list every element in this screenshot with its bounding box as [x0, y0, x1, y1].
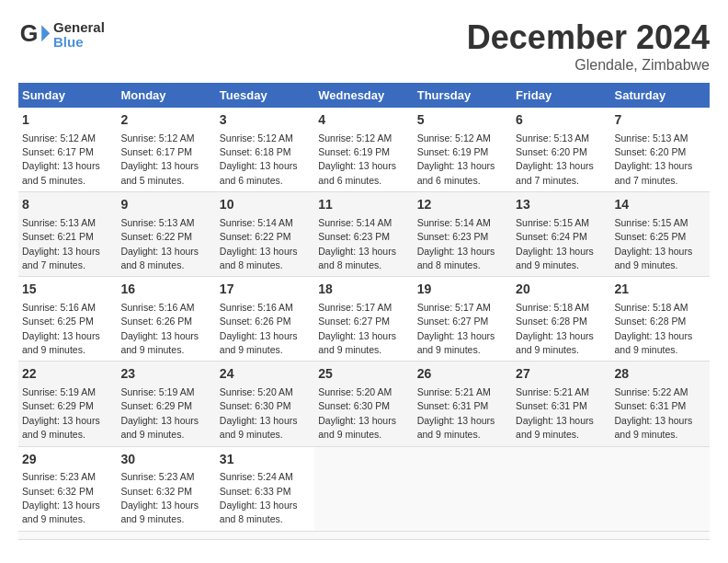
day-number: 7 [615, 111, 706, 130]
calendar-week-row: 1 Sunrise: 5:12 AMSunset: 6:17 PMDayligh… [18, 108, 710, 192]
day-info: Sunrise: 5:13 AMSunset: 6:20 PMDaylight:… [615, 132, 693, 186]
calendar-cell: 4 Sunrise: 5:12 AMSunset: 6:19 PMDayligh… [314, 108, 413, 192]
calendar-cell [414, 446, 512, 531]
day-number: 18 [318, 281, 409, 299]
calendar-cell: 28 Sunrise: 5:22 AMSunset: 6:31 PMDaylig… [611, 362, 710, 446]
day-info: Sunrise: 5:20 AMSunset: 6:30 PMDaylight:… [318, 386, 396, 440]
day-number: 3 [220, 111, 311, 130]
day-info: Sunrise: 5:21 AMSunset: 6:31 PMDaylight:… [417, 386, 495, 440]
day-info: Sunrise: 5:19 AMSunset: 6:29 PMDaylight:… [22, 386, 100, 440]
calendar-cell: 8 Sunrise: 5:13 AMSunset: 6:21 PMDayligh… [18, 192, 117, 277]
calendar-cell [611, 446, 710, 531]
day-info: Sunrise: 5:16 AMSunset: 6:26 PMDaylight:… [120, 302, 199, 355]
calendar-week-row: 8 Sunrise: 5:13 AMSunset: 6:21 PMDayligh… [18, 192, 710, 277]
day-number: 10 [220, 196, 311, 214]
calendar-cell: 27 Sunrise: 5:21 AMSunset: 6:31 PMDaylig… [512, 362, 610, 446]
calendar-cell: 23 Sunrise: 5:19 AMSunset: 6:29 PMDaylig… [117, 362, 215, 446]
calendar-cell: 22 Sunrise: 5:19 AMSunset: 6:29 PMDaylig… [18, 362, 117, 446]
day-info: Sunrise: 5:16 AMSunset: 6:25 PMDaylight:… [22, 302, 100, 355]
day-number: 28 [615, 365, 706, 384]
day-info: Sunrise: 5:20 AMSunset: 6:30 PMDaylight:… [220, 386, 298, 440]
day-number: 25 [318, 365, 409, 384]
month-title: December 2024 [467, 18, 710, 57]
calendar-cell [611, 531, 710, 539]
day-info: Sunrise: 5:14 AMSunset: 6:23 PMDaylight:… [417, 217, 495, 270]
calendar-cell: 6 Sunrise: 5:13 AMSunset: 6:20 PMDayligh… [512, 108, 610, 192]
calendar-cell [216, 531, 314, 539]
day-number: 11 [318, 196, 409, 214]
day-number: 26 [417, 365, 508, 384]
calendar-cell: 26 Sunrise: 5:21 AMSunset: 6:31 PMDaylig… [414, 362, 512, 446]
calendar-cell: 30 Sunrise: 5:23 AMSunset: 6:32 PMDaylig… [117, 446, 215, 531]
calendar-cell: 13 Sunrise: 5:15 AMSunset: 6:24 PMDaylig… [512, 192, 610, 277]
day-info: Sunrise: 5:21 AMSunset: 6:31 PMDaylight:… [516, 386, 594, 440]
calendar-week-row: 29 Sunrise: 5:23 AMSunset: 6:32 PMDaylig… [18, 446, 710, 531]
calendar-cell [18, 531, 117, 539]
day-info: Sunrise: 5:17 AMSunset: 6:27 PMDaylight:… [318, 302, 396, 355]
day-info: Sunrise: 5:12 AMSunset: 6:17 PMDaylight:… [22, 132, 100, 186]
svg-marker-1 [41, 25, 50, 41]
calendar-table: Sunday Monday Tuesday Wednesday Thursday… [18, 83, 710, 540]
calendar-cell [512, 446, 610, 531]
day-info: Sunrise: 5:24 AMSunset: 6:33 PMDaylight:… [220, 471, 298, 524]
day-number: 31 [220, 451, 311, 469]
calendar-cell: 31 Sunrise: 5:24 AMSunset: 6:33 PMDaylig… [216, 446, 314, 531]
day-info: Sunrise: 5:12 AMSunset: 6:19 PMDaylight:… [318, 132, 396, 186]
calendar-cell [512, 531, 610, 539]
col-monday: Monday [117, 83, 215, 108]
calendar-cell: 1 Sunrise: 5:12 AMSunset: 6:17 PMDayligh… [18, 108, 117, 192]
calendar-cell: 19 Sunrise: 5:17 AMSunset: 6:27 PMDaylig… [414, 277, 512, 362]
calendar-cell [117, 531, 215, 539]
calendar-cell: 9 Sunrise: 5:13 AMSunset: 6:22 PMDayligh… [117, 192, 215, 277]
calendar-week-row [18, 531, 710, 539]
day-number: 19 [417, 281, 508, 299]
calendar-cell [314, 531, 413, 539]
day-info: Sunrise: 5:12 AMSunset: 6:17 PMDaylight:… [120, 132, 199, 186]
day-info: Sunrise: 5:23 AMSunset: 6:32 PMDaylight:… [120, 471, 199, 524]
logo-icon: G [18, 18, 51, 52]
day-number: 17 [220, 281, 311, 299]
col-friday: Friday [512, 83, 610, 108]
col-saturday: Saturday [611, 83, 710, 108]
day-number: 5 [417, 111, 508, 130]
calendar-cell: 12 Sunrise: 5:14 AMSunset: 6:23 PMDaylig… [414, 192, 512, 277]
day-number: 24 [220, 365, 311, 384]
calendar-week-row: 15 Sunrise: 5:16 AMSunset: 6:25 PMDaylig… [18, 277, 710, 362]
day-info: Sunrise: 5:23 AMSunset: 6:32 PMDaylight:… [22, 471, 100, 524]
page-header: G General Blue December 2024 Glendale, Z… [18, 18, 710, 74]
calendar-cell: 25 Sunrise: 5:20 AMSunset: 6:30 PMDaylig… [314, 362, 413, 446]
calendar-cell: 5 Sunrise: 5:12 AMSunset: 6:19 PMDayligh… [414, 108, 512, 192]
day-number: 9 [120, 196, 211, 214]
svg-text:G: G [20, 20, 39, 46]
day-info: Sunrise: 5:19 AMSunset: 6:29 PMDaylight:… [120, 386, 199, 440]
calendar-cell: 17 Sunrise: 5:16 AMSunset: 6:26 PMDaylig… [216, 277, 314, 362]
calendar-header-row: Sunday Monday Tuesday Wednesday Thursday… [18, 83, 710, 108]
calendar-cell: 20 Sunrise: 5:18 AMSunset: 6:28 PMDaylig… [512, 277, 610, 362]
day-number: 8 [22, 196, 113, 214]
calendar-cell: 29 Sunrise: 5:23 AMSunset: 6:32 PMDaylig… [18, 446, 117, 531]
col-thursday: Thursday [414, 83, 512, 108]
day-info: Sunrise: 5:15 AMSunset: 6:24 PMDaylight:… [516, 217, 594, 270]
col-sunday: Sunday [18, 83, 117, 108]
calendar-cell: 21 Sunrise: 5:18 AMSunset: 6:28 PMDaylig… [611, 277, 710, 362]
day-info: Sunrise: 5:13 AMSunset: 6:21 PMDaylight:… [22, 217, 100, 270]
day-info: Sunrise: 5:22 AMSunset: 6:31 PMDaylight:… [615, 386, 693, 440]
day-info: Sunrise: 5:17 AMSunset: 6:27 PMDaylight:… [417, 302, 495, 355]
day-info: Sunrise: 5:18 AMSunset: 6:28 PMDaylight:… [615, 302, 693, 355]
calendar-cell: 16 Sunrise: 5:16 AMSunset: 6:26 PMDaylig… [117, 277, 215, 362]
day-number: 15 [22, 281, 113, 299]
day-number: 2 [120, 111, 211, 130]
day-info: Sunrise: 5:13 AMSunset: 6:22 PMDaylight:… [120, 217, 199, 270]
calendar-cell: 2 Sunrise: 5:12 AMSunset: 6:17 PMDayligh… [117, 108, 215, 192]
day-number: 13 [516, 196, 607, 214]
day-number: 29 [22, 451, 113, 469]
day-info: Sunrise: 5:18 AMSunset: 6:28 PMDaylight:… [516, 302, 594, 355]
day-number: 6 [516, 111, 607, 130]
day-number: 21 [615, 281, 706, 299]
day-number: 27 [516, 365, 607, 384]
day-info: Sunrise: 5:15 AMSunset: 6:25 PMDaylight:… [615, 217, 693, 270]
day-number: 12 [417, 196, 508, 214]
day-number: 22 [22, 365, 113, 384]
calendar-cell: 18 Sunrise: 5:17 AMSunset: 6:27 PMDaylig… [314, 277, 413, 362]
day-info: Sunrise: 5:14 AMSunset: 6:23 PMDaylight:… [318, 217, 396, 270]
